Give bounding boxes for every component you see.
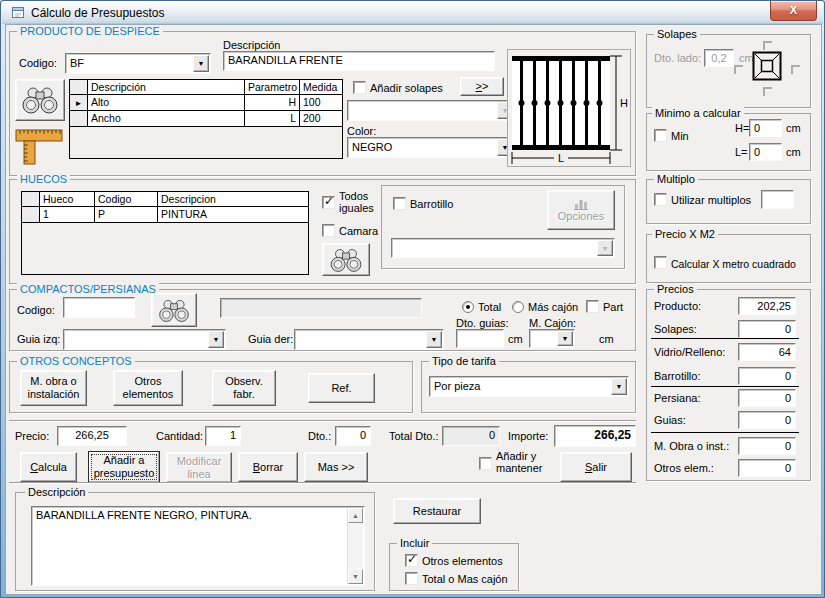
min-l-unit: cm bbox=[786, 146, 801, 158]
compactos-codigo-input[interactable] bbox=[63, 297, 135, 318]
precios-separator bbox=[651, 386, 799, 387]
anadir-mantener-label: Añadir y mantener bbox=[496, 450, 554, 474]
part-checkbox[interactable]: ✓ bbox=[586, 300, 599, 313]
dim-h-label: H bbox=[620, 97, 628, 109]
group-descripcion-label: Descripción bbox=[25, 486, 88, 499]
codigo-combo[interactable]: BF ▼ bbox=[65, 53, 211, 74]
precio-guias-value[interactable]: 0 bbox=[738, 411, 796, 429]
precio-label: Precio: bbox=[15, 430, 49, 442]
precio-solapes-label: Solapes: bbox=[654, 323, 697, 335]
min-h-input[interactable]: 0 bbox=[749, 119, 782, 137]
guia-izq-combo[interactable]: ▼ bbox=[63, 329, 226, 350]
restaurar-button[interactable]: Restaurar bbox=[393, 498, 481, 524]
min-checkbox[interactable]: ✓ bbox=[654, 129, 667, 142]
dto-guias-input[interactable] bbox=[456, 329, 504, 348]
chevron-down-icon[interactable]: ▼ bbox=[611, 378, 627, 395]
precio-vidrio-value[interactable]: 64 bbox=[738, 343, 796, 361]
chevron-down-icon[interactable]: ▼ bbox=[193, 55, 209, 72]
scrollbar[interactable]: ▲ ▼ bbox=[347, 508, 363, 584]
chevron-down-icon[interactable]: ▼ bbox=[426, 331, 442, 348]
binoculars-icon bbox=[328, 246, 364, 274]
huecos-grid[interactable]: Hueco Codigo Descripcion 1 P PINTURA bbox=[21, 191, 309, 275]
incluir-total-mas-cajon-checkbox[interactable]: ✓ bbox=[405, 572, 418, 585]
codigo-value: BF bbox=[70, 57, 84, 69]
title-bar: Cálculo de Presupuestos bbox=[2, 1, 823, 24]
incluir-total-mas-cajon-label: Total o Mas cajón bbox=[422, 573, 508, 585]
mas-button[interactable]: Mas >> bbox=[304, 452, 368, 482]
ruler-icon bbox=[15, 127, 65, 165]
precio-persiana-value[interactable]: 0 bbox=[738, 389, 796, 407]
group-minimo-label: Minimo a calcular bbox=[652, 107, 744, 120]
buscar-hueco-button[interactable] bbox=[322, 243, 370, 276]
huecos-grid-header: Hueco Codigo Descripcion bbox=[22, 192, 308, 207]
otros-elementos-button[interactable]: Otros elementos bbox=[113, 370, 183, 406]
todos-iguales-checkbox[interactable]: ✓ bbox=[322, 196, 335, 209]
precio-mano-obra-value[interactable]: 0 bbox=[738, 437, 796, 455]
guia-der-label: Guia der: bbox=[248, 333, 293, 345]
precio-mano-obra-label: M. Obra o inst.: bbox=[654, 440, 729, 452]
anadir-solapes-checkbox[interactable]: ✓ bbox=[353, 81, 366, 94]
buscar-producto-button[interactable] bbox=[15, 79, 65, 121]
cantidad-input[interactable]: 1 bbox=[205, 426, 241, 446]
anadir-mantener-checkbox[interactable]: ✓ bbox=[479, 457, 492, 470]
railing-diagram-panel: H L bbox=[507, 49, 631, 167]
dto-input[interactable]: 0 bbox=[335, 426, 371, 446]
despiece-grid[interactable]: Descripción Parametro Medida ► Alto H 10… bbox=[69, 79, 343, 159]
mano-obra-button[interactable]: M. obra o instalación bbox=[20, 370, 87, 406]
color-combo[interactable]: NEGRO ▼ bbox=[347, 137, 515, 158]
modificar-linea-button[interactable]: Modificar linea bbox=[166, 452, 232, 483]
compactos-codigo-label: Codigo: bbox=[17, 304, 55, 316]
utilizar-multiplos-checkbox[interactable]: ✓ bbox=[654, 193, 667, 206]
scroll-down-icon[interactable]: ▼ bbox=[348, 569, 363, 584]
railing-diagram: H L bbox=[508, 50, 630, 166]
group-producto-label: PRODUCTO DE DESPIECE bbox=[17, 25, 163, 38]
tipo-tarifa-combo[interactable]: Por pieza ▼ bbox=[429, 376, 629, 397]
m-cajon-unit: cm bbox=[599, 333, 614, 345]
m-cajon-combo[interactable]: ▼ bbox=[529, 329, 575, 348]
total-dto-label: Total Dto.: bbox=[389, 430, 439, 442]
scroll-up-icon[interactable]: ▲ bbox=[348, 508, 363, 523]
dto-guias-unit: cm bbox=[508, 333, 523, 345]
importe-label: Importe: bbox=[508, 430, 548, 442]
table-row[interactable]: ► Alto H 100 bbox=[70, 95, 342, 111]
descripcion-input[interactable]: BARANDILLA FRENTE bbox=[223, 51, 495, 71]
precio-otros-value[interactable]: 0 bbox=[738, 459, 796, 477]
table-row[interactable]: Ancho L 200 bbox=[70, 111, 342, 127]
table-row[interactable]: 1 P PINTURA bbox=[22, 207, 308, 223]
chevron-down-icon[interactable]: ▼ bbox=[557, 331, 573, 346]
precio-input[interactable]: 266,25 bbox=[57, 426, 127, 446]
window-icon bbox=[11, 5, 26, 20]
close-button[interactable]: X bbox=[770, 1, 817, 21]
precio-barrotillo-label: Barrotillo: bbox=[654, 370, 700, 382]
borrar-button[interactable]: Borrar bbox=[238, 452, 298, 482]
precio-producto-value[interactable]: 202,25 bbox=[738, 297, 796, 315]
chevron-down-icon[interactable]: ▼ bbox=[208, 331, 224, 348]
buscar-compacto-button[interactable] bbox=[151, 293, 197, 327]
multiplo-input[interactable] bbox=[761, 190, 794, 209]
min-l-input[interactable]: 0 bbox=[749, 143, 782, 161]
mas-cajon-radio[interactable] bbox=[512, 301, 524, 313]
incluir-otros-elementos-checkbox[interactable]: ✓ bbox=[405, 554, 418, 567]
calcula-button[interactable]: Calcula bbox=[20, 452, 77, 482]
observ-fabr-button[interactable]: Observ. fabr. bbox=[212, 370, 276, 406]
total-radio[interactable] bbox=[462, 301, 474, 313]
m-cajon-label: M. Cajón: bbox=[529, 317, 576, 329]
col-codigo: Codigo bbox=[95, 192, 158, 206]
solape-corner-bottom bbox=[763, 87, 772, 96]
guia-der-combo[interactable]: ▼ bbox=[294, 329, 444, 350]
anadir-presupuesto-button[interactable]: Añadir a presupuesto bbox=[88, 451, 160, 483]
precio-solapes-value[interactable]: 0 bbox=[738, 320, 796, 338]
barrotillo-checkbox[interactable]: ✓ bbox=[393, 197, 406, 210]
descripcion-textarea[interactable]: BARANDILLA FRENTE NEGRO, PINTURA. ▲ ▼ bbox=[31, 506, 365, 586]
ref-button[interactable]: Ref. bbox=[308, 373, 375, 403]
salir-button[interactable]: Salir bbox=[560, 452, 632, 482]
camara-checkbox[interactable]: ✓ bbox=[322, 224, 335, 237]
calcular-m2-checkbox[interactable]: ✓ bbox=[654, 256, 667, 269]
precio-barrotillo-value[interactable]: 0 bbox=[738, 367, 796, 385]
precio-otros-label: Otros elem.: bbox=[654, 462, 714, 474]
solapes-combo-disabled: ▼ bbox=[347, 100, 515, 121]
opciones-button[interactable]: Opciones bbox=[547, 190, 615, 230]
min-label: Min bbox=[671, 130, 689, 142]
expand-solapes-button[interactable]: >> bbox=[460, 77, 504, 96]
descripcion-label: Descripción bbox=[223, 39, 280, 51]
